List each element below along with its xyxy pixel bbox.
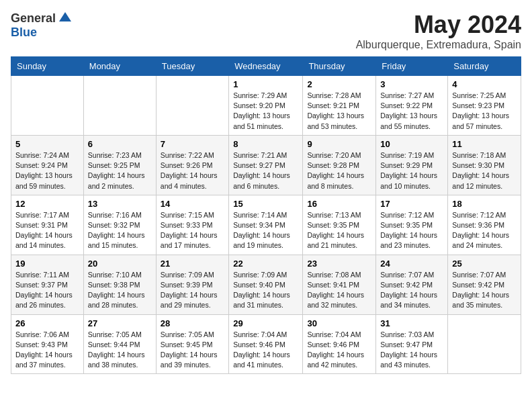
day-cell: 5Sunrise: 7:24 AM Sunset: 9:24 PM Daylig…	[11, 135, 84, 195]
day-cell: 15Sunrise: 7:14 AM Sunset: 9:34 PM Dayli…	[229, 195, 303, 255]
day-cell: 3Sunrise: 7:27 AM Sunset: 9:22 PM Daylig…	[376, 76, 448, 136]
day-info: Sunrise: 7:21 AM Sunset: 9:27 PM Dayligh…	[233, 150, 298, 191]
day-info: Sunrise: 7:13 AM Sunset: 9:35 PM Dayligh…	[307, 210, 371, 251]
day-cell: 20Sunrise: 7:10 AM Sunset: 9:38 PM Dayli…	[83, 255, 156, 314]
day-number: 9	[307, 139, 371, 149]
day-cell: 28Sunrise: 7:05 AM Sunset: 9:45 PM Dayli…	[156, 314, 228, 374]
day-number: 3	[380, 79, 443, 89]
day-cell: 6Sunrise: 7:23 AM Sunset: 9:25 PM Daylig…	[83, 135, 156, 195]
weekday-header-tuesday: Tuesday	[156, 57, 228, 76]
day-info: Sunrise: 7:18 AM Sunset: 9:30 PM Dayligh…	[452, 150, 517, 191]
day-cell: 31Sunrise: 7:03 AM Sunset: 9:47 PM Dayli…	[376, 314, 448, 374]
day-cell: 7Sunrise: 7:22 AM Sunset: 9:26 PM Daylig…	[156, 135, 228, 195]
day-cell: 1Sunrise: 7:29 AM Sunset: 9:20 PM Daylig…	[229, 76, 303, 136]
weekday-header-sunday: Sunday	[11, 57, 84, 76]
location-title: Alburquerque, Extremadura, Spain	[356, 39, 521, 51]
day-info: Sunrise: 7:12 AM Sunset: 9:35 PM Dayligh…	[380, 210, 443, 251]
day-number: 13	[88, 199, 152, 209]
day-cell: 4Sunrise: 7:25 AM Sunset: 9:23 PM Daylig…	[448, 76, 521, 136]
day-number: 4	[452, 79, 517, 89]
logo-triangle-icon	[59, 11, 71, 26]
month-title: May 2024	[356, 11, 521, 39]
day-info: Sunrise: 7:12 AM Sunset: 9:36 PM Dayligh…	[452, 210, 517, 251]
day-info: Sunrise: 7:06 AM Sunset: 9:43 PM Dayligh…	[15, 330, 79, 371]
day-cell: 21Sunrise: 7:09 AM Sunset: 9:39 PM Dayli…	[156, 255, 228, 314]
day-info: Sunrise: 7:04 AM Sunset: 9:46 PM Dayligh…	[233, 330, 298, 371]
svg-marker-0	[59, 12, 71, 21]
day-cell: 10Sunrise: 7:19 AM Sunset: 9:29 PM Dayli…	[376, 135, 448, 195]
day-number: 6	[88, 139, 152, 149]
title-area: May 2024 Alburquerque, Extremadura, Spai…	[356, 11, 521, 51]
day-info: Sunrise: 7:11 AM Sunset: 9:37 PM Dayligh…	[15, 270, 79, 311]
day-cell: 23Sunrise: 7:08 AM Sunset: 9:41 PM Dayli…	[303, 255, 376, 314]
weekday-header-thursday: Thursday	[303, 57, 376, 76]
day-cell: 2Sunrise: 7:28 AM Sunset: 9:21 PM Daylig…	[303, 76, 376, 136]
day-cell: 13Sunrise: 7:16 AM Sunset: 9:32 PM Dayli…	[83, 195, 156, 255]
day-number: 10	[380, 139, 443, 149]
day-cell: 26Sunrise: 7:06 AM Sunset: 9:43 PM Dayli…	[11, 314, 84, 374]
day-cell: 19Sunrise: 7:11 AM Sunset: 9:37 PM Dayli…	[11, 255, 84, 314]
calendar-table: SundayMondayTuesdayWednesdayThursdayFrid…	[11, 56, 521, 374]
day-number: 27	[88, 318, 152, 328]
day-number: 25	[452, 259, 517, 269]
week-row-1: 1Sunrise: 7:29 AM Sunset: 9:20 PM Daylig…	[11, 76, 521, 136]
day-number: 26	[15, 318, 79, 328]
day-info: Sunrise: 7:08 AM Sunset: 9:41 PM Dayligh…	[307, 270, 371, 311]
day-cell	[11, 76, 84, 136]
day-number: 7	[161, 139, 224, 149]
day-number: 16	[307, 199, 371, 209]
day-number: 18	[452, 199, 517, 209]
day-cell: 27Sunrise: 7:05 AM Sunset: 9:44 PM Dayli…	[83, 314, 156, 374]
day-info: Sunrise: 7:19 AM Sunset: 9:29 PM Dayligh…	[380, 150, 443, 191]
day-cell: 30Sunrise: 7:04 AM Sunset: 9:46 PM Dayli…	[303, 314, 376, 374]
weekday-header-friday: Friday	[376, 57, 448, 76]
day-number: 21	[161, 259, 224, 269]
week-row-4: 19Sunrise: 7:11 AM Sunset: 9:37 PM Dayli…	[11, 255, 521, 314]
weekday-header-monday: Monday	[83, 57, 156, 76]
day-info: Sunrise: 7:09 AM Sunset: 9:39 PM Dayligh…	[161, 270, 224, 311]
day-number: 31	[380, 318, 443, 328]
day-info: Sunrise: 7:09 AM Sunset: 9:40 PM Dayligh…	[233, 270, 298, 311]
day-info: Sunrise: 7:10 AM Sunset: 9:38 PM Dayligh…	[88, 270, 152, 311]
day-number: 17	[380, 199, 443, 209]
day-number: 11	[452, 139, 517, 149]
day-cell: 8Sunrise: 7:21 AM Sunset: 9:27 PM Daylig…	[229, 135, 303, 195]
weekday-header-saturday: Saturday	[448, 57, 521, 76]
day-number: 5	[15, 139, 79, 149]
day-number: 22	[233, 259, 298, 269]
day-cell: 9Sunrise: 7:20 AM Sunset: 9:28 PM Daylig…	[303, 135, 376, 195]
day-info: Sunrise: 7:07 AM Sunset: 9:42 PM Dayligh…	[380, 270, 443, 311]
day-info: Sunrise: 7:17 AM Sunset: 9:31 PM Dayligh…	[15, 210, 79, 251]
day-number: 23	[307, 259, 371, 269]
day-cell: 12Sunrise: 7:17 AM Sunset: 9:31 PM Dayli…	[11, 195, 84, 255]
header: General Blue May 2024 Alburquerque, Extr…	[11, 11, 521, 51]
day-number: 12	[15, 199, 79, 209]
weekday-header-row: SundayMondayTuesdayWednesdayThursdayFrid…	[11, 57, 521, 76]
day-number: 1	[233, 79, 298, 89]
day-cell: 16Sunrise: 7:13 AM Sunset: 9:35 PM Dayli…	[303, 195, 376, 255]
day-info: Sunrise: 7:29 AM Sunset: 9:20 PM Dayligh…	[233, 91, 298, 132]
day-info: Sunrise: 7:07 AM Sunset: 9:42 PM Dayligh…	[452, 270, 517, 311]
day-cell: 18Sunrise: 7:12 AM Sunset: 9:36 PM Dayli…	[448, 195, 521, 255]
week-row-5: 26Sunrise: 7:06 AM Sunset: 9:43 PM Dayli…	[11, 314, 521, 374]
day-info: Sunrise: 7:05 AM Sunset: 9:45 PM Dayligh…	[161, 330, 224, 371]
day-info: Sunrise: 7:20 AM Sunset: 9:28 PM Dayligh…	[307, 150, 371, 191]
day-info: Sunrise: 7:03 AM Sunset: 9:47 PM Dayligh…	[380, 330, 443, 371]
logo-blue-text: Blue	[11, 26, 37, 39]
day-number: 28	[161, 318, 224, 328]
logo: General Blue	[11, 11, 71, 40]
day-info: Sunrise: 7:24 AM Sunset: 9:24 PM Dayligh…	[15, 150, 79, 191]
day-number: 15	[233, 199, 298, 209]
day-info: Sunrise: 7:14 AM Sunset: 9:34 PM Dayligh…	[233, 210, 298, 251]
day-cell	[83, 76, 156, 136]
day-cell	[156, 76, 228, 136]
week-row-3: 12Sunrise: 7:17 AM Sunset: 9:31 PM Dayli…	[11, 195, 521, 255]
day-cell: 22Sunrise: 7:09 AM Sunset: 9:40 PM Dayli…	[229, 255, 303, 314]
day-number: 30	[307, 318, 371, 328]
day-cell: 17Sunrise: 7:12 AM Sunset: 9:35 PM Dayli…	[376, 195, 448, 255]
day-cell: 29Sunrise: 7:04 AM Sunset: 9:46 PM Dayli…	[229, 314, 303, 374]
logo-general-text: General	[11, 11, 56, 26]
day-number: 19	[15, 259, 79, 269]
week-row-2: 5Sunrise: 7:24 AM Sunset: 9:24 PM Daylig…	[11, 135, 521, 195]
day-info: Sunrise: 7:16 AM Sunset: 9:32 PM Dayligh…	[88, 210, 152, 251]
